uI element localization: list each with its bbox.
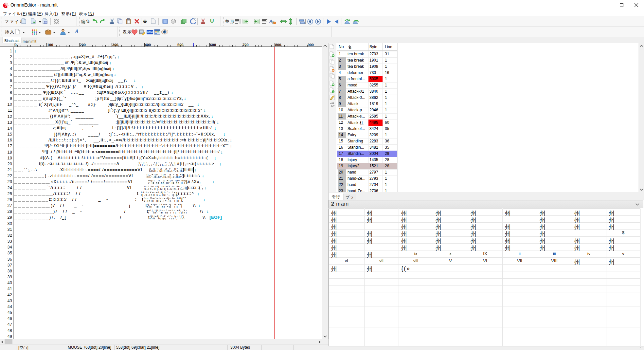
svg-text:HTML: HTML — [147, 31, 153, 33]
